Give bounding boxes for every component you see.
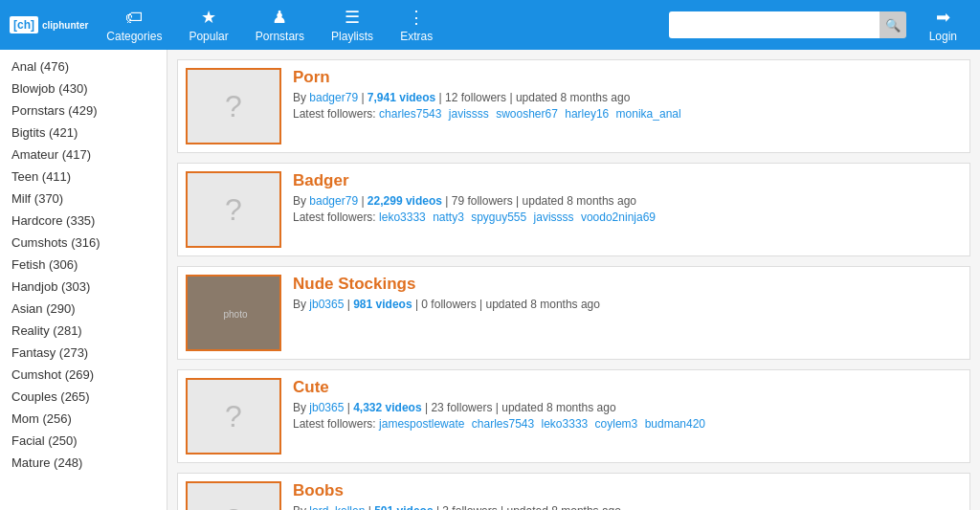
nav-playlists-label: Playlists — [331, 30, 373, 43]
sidebar-item[interactable]: Couples (265) — [0, 386, 167, 408]
playlist-title[interactable]: Nude Stockings — [293, 275, 962, 294]
sidebar-item[interactable]: Reality (281) — [0, 320, 167, 342]
playlist-info: Porn By badger79 | 7,941 videos | 12 fol… — [293, 68, 962, 144]
playlist-info: Boobs By lord_kellen | 501 videos | 3 fo… — [293, 481, 962, 510]
placeholder-icon: ? — [225, 192, 242, 228]
follower-link[interactable]: coylem3 — [595, 417, 638, 431]
sidebar-item[interactable]: Milf (370) — [0, 188, 167, 210]
header: [ch] cliphunter 🏷 Categories ★ Popular ♟… — [0, 0, 980, 50]
popular-icon: ★ — [201, 7, 216, 28]
search-button[interactable]: 🔍 — [880, 11, 906, 38]
video-count: 7,941 videos — [368, 91, 435, 104]
playlist-meta: By badger79 | 22,299 videos | 79 followe… — [293, 194, 962, 208]
nav-extras[interactable]: ⋮ Extras — [387, 3, 446, 47]
latest-followers: Latest followers: charles7543 javissss s… — [293, 107, 962, 121]
follower-link[interactable]: javissss — [449, 107, 489, 121]
search-input[interactable] — [669, 11, 880, 38]
latest-followers-label: Latest followers: — [293, 107, 376, 121]
video-count: 22,299 videos — [368, 194, 442, 208]
playlist-author[interactable]: badger79 — [309, 194, 358, 208]
sidebar: Anal (476) Blowjob (430) Pornstars (429)… — [0, 50, 167, 510]
updated-text: updated 8 months ago — [486, 298, 600, 311]
playlist-card: ? Boobs By lord_kellen | 501 videos | 3 … — [177, 473, 970, 510]
follower-link[interactable]: natty3 — [433, 211, 464, 224]
placeholder-icon: ? — [225, 399, 242, 434]
playlist-meta: By jb0365 | 981 videos | 0 followers | u… — [293, 298, 962, 311]
sidebar-item[interactable]: Hardcore (335) — [0, 210, 167, 232]
content-area: ? Porn By badger79 | 7,941 videos | 12 f… — [167, 50, 980, 510]
follower-link[interactable]: leko3333 — [542, 417, 589, 431]
playlist-title[interactable]: Cute — [293, 378, 962, 397]
sidebar-item[interactable]: Cumshot (269) — [0, 364, 167, 386]
sidebar-item[interactable]: Pornstars (429) — [0, 100, 167, 122]
follower-link[interactable]: budman420 — [645, 417, 705, 431]
follower-link[interactable]: leko3333 — [379, 211, 426, 224]
follower-link[interactable]: voodo2ninja69 — [581, 211, 656, 224]
follower-link[interactable]: swoosher67 — [496, 107, 558, 121]
sidebar-item[interactable]: Teen (411) — [0, 166, 167, 188]
updated-text: updated 8 months ago — [507, 504, 621, 510]
follower-link[interactable]: jamespostlewate — [379, 417, 464, 431]
placeholder-icon: ? — [225, 502, 242, 511]
latest-followers-label: Latest followers: — [293, 417, 376, 431]
login-icon: ➡ — [936, 7, 950, 28]
placeholder-icon: ? — [225, 89, 242, 124]
nav-categories[interactable]: 🏷 Categories — [93, 4, 175, 47]
playlists-icon: ☰ — [345, 7, 360, 28]
nav-popular[interactable]: ★ Popular — [175, 3, 241, 47]
nav-pornstars[interactable]: ♟ Pornstars — [242, 3, 318, 47]
search-area: 🔍 — [669, 11, 906, 38]
follower-link[interactable]: charles7543 — [472, 417, 534, 431]
sidebar-item[interactable]: Blowjob (430) — [0, 78, 167, 100]
playlist-title[interactable]: Boobs — [293, 481, 962, 500]
playlist-thumbnail: photo — [186, 275, 281, 351]
playlist-card: ? Porn By badger79 | 7,941 videos | 12 f… — [177, 59, 970, 153]
follower-link[interactable]: spyguy555 — [471, 211, 526, 224]
playlist-info: Nude Stockings By jb0365 | 981 videos | … — [293, 275, 962, 351]
playlist-meta: By jb0365 | 4,332 videos | 23 followers … — [293, 401, 962, 414]
sidebar-item[interactable]: Facial (250) — [0, 430, 167, 452]
updated-text: updated 8 months ago — [523, 194, 636, 208]
categories-icon: 🏷 — [125, 8, 143, 28]
video-count: 981 videos — [353, 298, 412, 311]
follower-link[interactable]: charles7543 — [379, 107, 441, 121]
playlist-card: photo Nude Stockings By jb0365 | 981 vid… — [177, 266, 970, 360]
playlist-meta: By badger79 | 7,941 videos | 12 follower… — [293, 91, 962, 104]
pornstars-icon: ♟ — [272, 7, 287, 28]
sidebar-item[interactable]: Fantasy (273) — [0, 342, 167, 364]
sidebar-item[interactable]: Bigtits (421) — [0, 122, 167, 144]
sidebar-item[interactable]: Anal (476) — [0, 55, 167, 78]
playlist-title[interactable]: Porn — [293, 68, 962, 87]
sidebar-item[interactable]: Mature (248) — [0, 452, 167, 474]
nav-popular-label: Popular — [189, 30, 228, 43]
extras-icon: ⋮ — [408, 7, 425, 28]
sidebar-item[interactable]: Mom (256) — [0, 408, 167, 430]
nav-pornstars-label: Pornstars — [256, 30, 304, 43]
nav-playlists[interactable]: ☰ Playlists — [318, 3, 387, 47]
sidebar-item[interactable]: Cumshots (316) — [0, 232, 167, 254]
login-button[interactable]: ➡ Login — [916, 3, 970, 47]
sidebar-item[interactable]: Handjob (303) — [0, 276, 167, 298]
updated-text: updated 8 months ago — [516, 91, 630, 104]
playlist-author[interactable]: jb0365 — [309, 298, 344, 311]
sidebar-item[interactable]: Amateur (417) — [0, 144, 167, 166]
followers-count: 79 followers — [452, 194, 513, 208]
nav-extras-label: Extras — [400, 30, 433, 43]
follower-link[interactable]: harley16 — [565, 107, 609, 121]
sidebar-item[interactable]: Asian (290) — [0, 298, 167, 320]
followers-count: 12 followers — [445, 91, 506, 104]
followers-count: 3 followers — [442, 504, 497, 510]
sidebar-item[interactable]: Fetish (306) — [0, 254, 167, 276]
latest-followers: Latest followers: leko3333 natty3 spyguy… — [293, 211, 962, 224]
playlist-author[interactable]: badger79 — [309, 91, 358, 104]
playlist-title[interactable]: Badger — [293, 171, 962, 190]
playlist-author[interactable]: jb0365 — [309, 401, 344, 414]
login-label: Login — [929, 30, 957, 43]
playlist-info: Badger By badger79 | 22,299 videos | 79 … — [293, 171, 962, 248]
follower-link[interactable]: javissss — [534, 211, 574, 224]
playlist-author[interactable]: lord_kellen — [309, 504, 365, 510]
followers-count: 0 followers — [421, 298, 476, 311]
playlist-card: ? Cute By jb0365 | 4,332 videos | 23 fol… — [177, 369, 970, 463]
follower-link[interactable]: monika_anal — [616, 107, 681, 121]
logo[interactable]: [ch] cliphunter — [10, 16, 88, 33]
